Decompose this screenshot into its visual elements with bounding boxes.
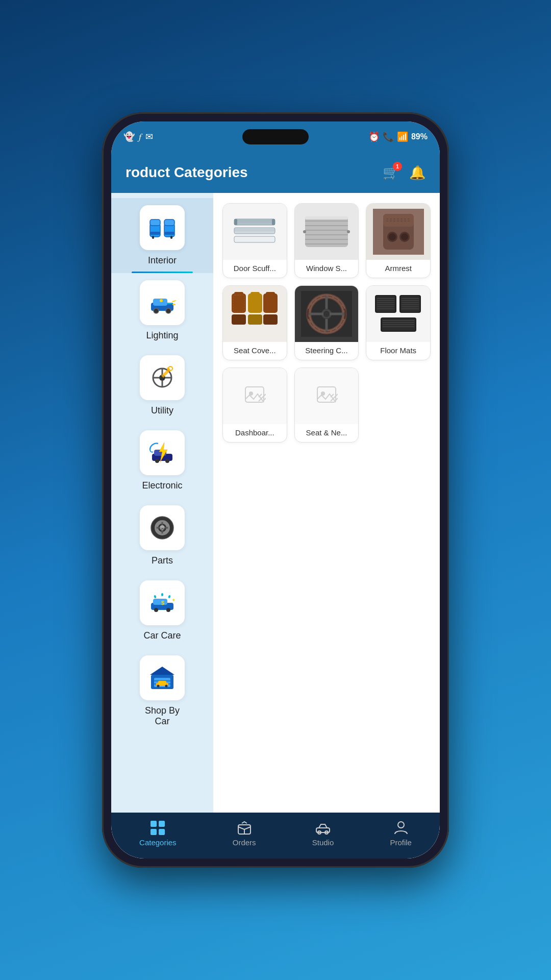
svg-rect-41 [153, 599, 167, 605]
sidebar-item-electronic[interactable]: Electronic [111, 423, 213, 498]
product-card-door-scuff[interactable]: Door Scuff... [222, 203, 287, 278]
svg-rect-60 [234, 236, 275, 242]
svg-rect-139 [159, 821, 165, 827]
placeholder-image2-icon [315, 385, 338, 407]
svg-rect-93 [251, 292, 260, 297]
nav-item-profile[interactable]: Profile [380, 817, 422, 850]
steering-label: Steering C... [295, 342, 359, 360]
lighting-svg-icon [148, 288, 177, 317]
window-shade-label: Window S... [295, 260, 359, 278]
status-icons-right: ⏰ 📞 📶 89% [368, 131, 428, 142]
svg-rect-65 [234, 219, 237, 225]
alarm-icon: ⏰ [368, 131, 380, 142]
cart-button[interactable]: 🛒 1 [383, 165, 399, 181]
content-area: Interior [111, 193, 440, 813]
product-card-seat-neck[interactable]: Seat & Ne... [294, 368, 359, 443]
svg-point-84 [389, 233, 396, 240]
svg-point-26 [165, 459, 169, 463]
svg-rect-6 [152, 236, 154, 239]
armrest-label: Armrest [366, 260, 430, 278]
car-care-icon-box: ✦ $ [140, 580, 185, 625]
svg-rect-141 [159, 829, 165, 835]
sidebar-item-shop-by-car[interactable]: Shop ByCar [111, 648, 213, 734]
sidebar-label-parts: Parts [152, 555, 173, 566]
notification-icon[interactable]: 🔔 [409, 165, 425, 181]
svg-point-56 [157, 685, 160, 688]
steering-product-image [301, 291, 352, 337]
studio-nav-label: Studio [312, 838, 334, 847]
page-title: roduct Categories [126, 164, 248, 181]
lighting-icon-box [140, 280, 185, 325]
wifi-icon: 📶 [397, 131, 408, 142]
armrest-product-image [373, 209, 424, 255]
svg-point-42 [154, 608, 158, 612]
utility-svg-icon [148, 363, 177, 392]
studio-nav-icon [315, 820, 331, 836]
product-card-steering[interactable]: Steering C... [294, 285, 359, 360]
dashboard-label: Dashboar... [223, 424, 287, 442]
phone-wrapper: 👻 𝑓 ✉ ⏰ 📞 📶 89% roduct Categories [102, 112, 449, 868]
floor-mats-image [366, 286, 430, 342]
status-icons-left: 👻 𝑓 ✉ [123, 131, 153, 142]
svg-point-10 [154, 308, 159, 313]
nav-item-studio[interactable]: Studio [302, 817, 344, 850]
sidebar-item-lighting[interactable]: Lighting [111, 273, 213, 348]
sidebar-label-car-care: Car Care [143, 630, 181, 641]
profile-nav-label: Profile [390, 838, 412, 847]
battery-level: 89% [411, 132, 428, 141]
svg-rect-5 [164, 232, 174, 235]
svg-point-37 [161, 533, 163, 535]
svg-point-100 [323, 311, 330, 317]
svg-point-11 [166, 308, 171, 313]
svg-rect-66 [272, 219, 275, 225]
phone-frame: 👻 𝑓 ✉ ⏰ 📞 📶 89% roduct Categories [102, 112, 449, 868]
svg-rect-91 [263, 314, 278, 325]
profile-nav-icon [393, 820, 409, 836]
categories-nav-icon [149, 820, 166, 836]
interior-svg-icon [148, 213, 177, 242]
svg-rect-55 [158, 681, 166, 685]
product-content: Door Scuff... [213, 193, 440, 813]
svg-rect-1 [150, 219, 160, 226]
window-shade-image [295, 204, 359, 260]
svg-text:CAR: CAR [159, 527, 166, 530]
utility-icon-box [140, 355, 185, 400]
svg-point-38 [155, 527, 157, 529]
sidebar-item-utility[interactable]: Utility [111, 348, 213, 423]
product-card-window-shade[interactable]: Window S... [294, 203, 359, 278]
product-card-dashboard[interactable]: Dashboar... [222, 368, 287, 443]
product-card-floor-mats[interactable]: Floor Mats [366, 285, 431, 360]
status-bar: 👻 𝑓 ✉ ⏰ 📞 📶 89% [111, 121, 440, 152]
svg-rect-92 [234, 292, 243, 297]
sidebar-item-interior[interactable]: Interior [111, 198, 213, 273]
gmail-icon: ✉ [145, 131, 153, 142]
svg-rect-2 [150, 232, 160, 235]
svg-rect-7 [170, 236, 172, 239]
seat-neck-label: Seat & Ne... [295, 424, 359, 442]
product-card-armrest[interactable]: Armrest [366, 203, 431, 278]
car-care-svg-icon: ✦ $ [148, 589, 177, 617]
electronic-svg-icon [148, 438, 177, 467]
svg-point-45 [161, 593, 163, 596]
app-header: roduct Categories 🛒 1 🔔 [111, 152, 440, 193]
svg-point-57 [165, 685, 168, 688]
nav-item-orders[interactable]: Orders [222, 817, 266, 850]
svg-rect-76 [347, 230, 350, 233]
category-sidebar: Interior [111, 193, 213, 813]
sidebar-item-car-care[interactable]: ✦ $ Car Care [111, 573, 213, 648]
nav-item-categories[interactable]: Categories [129, 817, 187, 850]
svg-rect-140 [151, 829, 157, 835]
snapchat-icon: 👻 [123, 131, 135, 142]
seat-neck-image [295, 368, 359, 424]
floor-mats-label: Floor Mats [366, 342, 430, 360]
sidebar-item-parts[interactable]: CAR Parts [111, 498, 213, 573]
svg-text:✦: ✦ [171, 597, 176, 603]
window-shade-product-image [301, 209, 352, 255]
svg-rect-138 [151, 821, 157, 827]
parts-icon-box: CAR [140, 505, 185, 550]
armrest-image [366, 204, 430, 260]
svg-point-85 [401, 233, 408, 240]
sidebar-label-lighting: Lighting [146, 330, 178, 341]
product-card-seat-cover[interactable]: Seat Cove... [222, 285, 287, 360]
electronic-icon-box [140, 430, 185, 475]
